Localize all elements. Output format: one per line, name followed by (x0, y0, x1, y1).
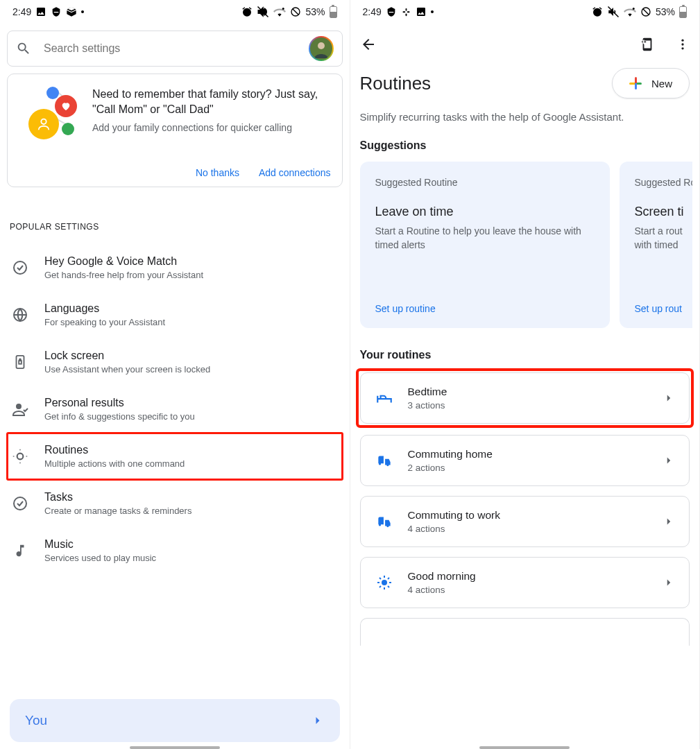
svg-rect-12 (405, 8, 407, 10)
add-connections-button[interactable]: Add connections (259, 167, 331, 178)
setting-sub: Get info & suggestions specific to you (44, 411, 195, 422)
routine-sub: 2 actions (408, 463, 493, 473)
plus-icon (629, 77, 642, 89)
setup-routine-link[interactable]: Set up routine (375, 303, 595, 314)
suggestion-sub: Start a Routine to help you leave the ho… (375, 225, 595, 252)
person-check-icon (11, 400, 29, 418)
svg-point-3 (41, 119, 46, 124)
routine-bedtime[interactable]: Bedtime3 actions (360, 372, 690, 424)
setting-sub: Use Assistant when your screen is locked (44, 364, 210, 374)
nav-handle[interactable] (479, 746, 570, 749)
setting-title: Hey Google & Voice Match (44, 255, 203, 268)
new-label: New (651, 78, 672, 89)
svg-rect-11 (407, 11, 410, 12)
svg-line-27 (388, 586, 389, 587)
routine-sub: 4 actions (408, 524, 501, 534)
battery-pct: 53% (656, 6, 675, 17)
chevron-right-icon (663, 454, 675, 467)
setting-lock-screen[interactable]: Lock screenUse Assistant when your scree… (7, 338, 343, 386)
svg-line-26 (379, 578, 381, 579)
routines-icon (11, 447, 29, 465)
setup-routine-link[interactable]: Set up rout (635, 303, 693, 314)
slack-icon (401, 7, 411, 17)
svg-rect-6 (17, 356, 24, 368)
your-routines-header: Your routines (360, 349, 690, 361)
suggestion-card[interactable]: Suggested Routine Leave on time Start a … (360, 162, 610, 328)
shortcut-icon[interactable] (640, 37, 655, 52)
status-bar: 2:49 53% (7, 0, 343, 24)
promo-title: Need to remember that family story? Just… (92, 87, 331, 117)
you-tab[interactable]: You (10, 699, 340, 742)
setting-music[interactable]: MusicServices used to play music (7, 527, 343, 574)
svg-point-19 (681, 43, 683, 45)
block-icon (640, 6, 651, 17)
setting-tasks[interactable]: TasksCreate or manage tasks & reminders (7, 480, 343, 527)
box-icon (66, 6, 77, 17)
profile-avatar[interactable] (309, 36, 334, 61)
setting-voice-match[interactable]: Hey Google & Voice MatchGet hands-free h… (7, 244, 343, 291)
page-title: Routines (360, 73, 432, 94)
routine-title: Commuting home (408, 448, 493, 460)
vibrate-icon (257, 6, 269, 18)
highlight-box: Bedtime3 actions (359, 371, 692, 425)
page-description: Simplify recurring tasks with the help o… (360, 111, 690, 123)
routine-title: Commuting to work (408, 509, 501, 522)
suggestion-label: Suggested Routine (635, 177, 693, 188)
vibrate-icon (607, 6, 620, 18)
chevron-right-icon (663, 392, 675, 404)
routine-sub: 3 actions (408, 400, 447, 411)
svg-point-4 (14, 261, 26, 274)
suggestion-card[interactable]: Suggested Routine Screen ti Start a rout… (620, 162, 693, 328)
more-dot-icon (431, 10, 434, 13)
battery-icon (330, 6, 337, 18)
promo-graphic (19, 87, 81, 142)
tasks-icon (11, 494, 29, 513)
new-routine-button[interactable]: New (612, 68, 690, 98)
search-input[interactable] (42, 42, 298, 55)
setting-title: Routines (44, 444, 185, 456)
svg-rect-10 (402, 11, 405, 12)
chevron-right-icon (663, 515, 675, 528)
image-icon (35, 6, 46, 17)
search-icon (16, 41, 31, 56)
routine-commuting-work[interactable]: Commuting to work4 actions (360, 496, 690, 547)
routine-card-partial[interactable] (360, 618, 690, 646)
no-thanks-button[interactable]: No thanks (196, 167, 239, 178)
suggestions-row[interactable]: Suggested Routine Leave on time Start a … (360, 162, 693, 328)
svg-point-8 (16, 404, 22, 409)
suggestion-title: Screen ti (635, 205, 693, 219)
setting-title: Tasks (44, 491, 191, 503)
alarm-icon (592, 6, 603, 17)
routine-sub: 4 actions (408, 585, 476, 595)
voice-icon (11, 259, 29, 277)
block-icon (290, 6, 301, 17)
battery-pct: 53% (305, 6, 325, 17)
svg-rect-13 (405, 13, 407, 16)
chevron-right-icon (311, 714, 325, 728)
setting-languages[interactable]: LanguagesFor speaking to your Assistant (7, 291, 343, 338)
routine-good-morning[interactable]: Good morning4 actions (360, 557, 690, 608)
promo-subtitle: Add your family connections for quicker … (92, 122, 331, 133)
svg-rect-7 (19, 361, 22, 364)
suggestion-title: Leave on time (375, 205, 595, 219)
back-button[interactable] (360, 36, 377, 53)
setting-routines[interactable]: RoutinesMultiple actions with one comman… (7, 433, 343, 480)
commute-icon (375, 451, 394, 470)
dnd-icon (51, 6, 62, 17)
wifi-icon (624, 7, 636, 17)
battery-icon (679, 6, 687, 18)
search-bar[interactable] (7, 31, 343, 67)
settings-screen: 2:49 53% (0, 0, 350, 749)
suggestion-sub: Start a rout with timed (635, 225, 693, 252)
routine-commuting-home[interactable]: Commuting home2 actions (360, 435, 690, 486)
phone-lock-icon (11, 353, 29, 371)
overflow-icon[interactable] (676, 37, 690, 51)
setting-title: Music (44, 538, 156, 551)
nav-handle[interactable] (130, 746, 220, 749)
image-icon (416, 6, 427, 17)
svg-point-15 (633, 8, 635, 10)
chevron-right-icon (663, 576, 675, 589)
bed-icon (375, 388, 394, 408)
you-label: You (25, 713, 47, 728)
setting-personal-results[interactable]: Personal resultsGet info & suggestions s… (7, 386, 343, 433)
